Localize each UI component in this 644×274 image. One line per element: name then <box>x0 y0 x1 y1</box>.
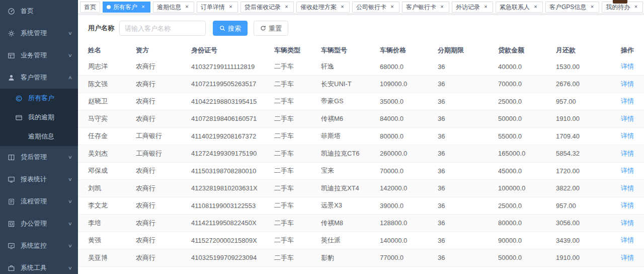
detail-link[interactable]: 详情 <box>621 167 634 174</box>
tab-2[interactable]: 逾期信息× <box>153 2 194 13</box>
cell-funder: 农商行 <box>136 76 191 93</box>
column-header-6: 分期期限 <box>438 42 498 58</box>
tab-4[interactable]: 贷后催收记录× <box>240 2 294 13</box>
customer-name-input[interactable] <box>119 21 206 36</box>
reset-button[interactable]: 重置 <box>254 21 288 36</box>
cell-vehicle_model: 宝来 <box>321 162 380 180</box>
tab-3[interactable]: 订单详情× <box>197 2 238 13</box>
sidebar-item-overdue-info[interactable]: 逾期信息 <box>0 127 78 146</box>
cell-partial <box>556 266 599 274</box>
sidebar-item-label: 系统管理 <box>21 29 66 38</box>
cell-loan_amount: 50000.0 <box>498 249 556 267</box>
column-header-9: 操作 <box>599 42 644 58</box>
tab-9[interactable]: 紧急联系人× <box>496 2 543 13</box>
cell-vehicle_price: 140000.0 <box>380 232 438 249</box>
sidebar-item-all-customers[interactable]: 所有客户 <box>0 89 78 108</box>
cell-term: 36 <box>438 145 498 163</box>
detail-link[interactable]: 详情 <box>621 236 634 244</box>
cell-funder: 农商行 <box>136 197 191 215</box>
sidebar-item-system-monitor[interactable]: 系统监控∨ <box>0 235 78 257</box>
cell-loan_amount: 50000.0 <box>498 110 556 128</box>
my-overdue-icon <box>15 114 23 121</box>
detail-link[interactable]: 详情 <box>621 150 634 157</box>
column-header-8: 月还款 <box>556 42 599 58</box>
cell-action: 详情 <box>599 93 644 110</box>
sidebar-item-customer-management[interactable]: 客户管理∧ <box>0 66 78 89</box>
close-icon[interactable]: × <box>140 4 146 10</box>
avatar <box>613 0 627 4</box>
office-icon <box>8 220 15 228</box>
detail-link[interactable]: 详情 <box>621 254 634 261</box>
cell-vehicle_type: 二手车 <box>274 197 321 215</box>
gear-icon <box>8 30 15 37</box>
search-field-label: 用户名称 <box>88 24 114 33</box>
sidebar-item-report-statistics[interactable]: 报表统计∨ <box>0 168 78 190</box>
tab-label: 逾期信息 <box>157 4 181 10</box>
cell-partial <box>136 266 191 274</box>
detail-link[interactable]: 详情 <box>621 80 634 88</box>
detail-link[interactable]: 详情 <box>621 184 634 192</box>
tab-1[interactable]: 所有客户× <box>103 2 150 13</box>
cell-loan_amount: 25000.0 <box>498 197 556 215</box>
customers-table-wrap: 姓名资方身份证号车辆类型车辆型号车辆价格分期期限贷款金额月还款操作 周志洋农商行… <box>78 42 644 274</box>
cell-loan_amount: 70000.0 <box>498 76 556 93</box>
tools-icon <box>8 264 15 272</box>
sidebar-item-office-management[interactable]: 办公管理∨ <box>0 213 78 235</box>
cell-vehicle_model: 英仕派 <box>321 232 380 249</box>
tab-10[interactable]: 客户GPS信息× <box>545 2 599 13</box>
search-button[interactable]: 搜索 <box>213 21 248 36</box>
close-icon[interactable]: × <box>482 4 489 10</box>
cell-vehicle_model: 菲斯塔 <box>321 127 380 145</box>
close-icon[interactable]: × <box>439 4 445 10</box>
cell-term: 36 <box>438 215 498 232</box>
cell-vehicle_type: 二手车 <box>274 215 321 232</box>
close-icon[interactable]: × <box>227 4 234 10</box>
detail-link[interactable]: 详情 <box>621 115 634 122</box>
cell-vehicle_type: 二手车 <box>274 76 321 93</box>
sidebar-item-business-management[interactable]: 业务管理∨ <box>0 44 78 66</box>
tab-6[interactable]: 公司银行卡× <box>352 2 399 13</box>
cell-action: 详情 <box>599 162 644 180</box>
sidebar-item-home[interactable]: 首页 <box>0 0 78 22</box>
cell-monthly_payment: 2676.00 <box>556 76 599 93</box>
column-header-1: 资方 <box>136 42 191 58</box>
detail-link[interactable]: 详情 <box>621 219 634 227</box>
sidebar-item-my-overdue[interactable]: 我的逾期 <box>0 108 78 127</box>
detail-link[interactable]: 详情 <box>621 201 634 209</box>
cell-monthly_payment: 3056.00 <box>556 215 599 232</box>
tab-8[interactable]: 外访记录× <box>452 2 493 13</box>
sidebar-item-process-management[interactable]: 流程管理∨ <box>0 190 78 213</box>
tab-label: 首页 <box>84 4 96 10</box>
cell-vehicle_price: 109000.0 <box>380 76 438 93</box>
tab-7[interactable]: 客户银行卡× <box>402 2 449 13</box>
cell-monthly_payment: 957.00 <box>556 93 599 110</box>
close-icon[interactable]: × <box>283 4 290 10</box>
close-icon[interactable]: × <box>532 4 539 10</box>
cell-loan_amount: 45000.0 <box>498 162 556 180</box>
tab-5[interactable]: 催收处理方案× <box>296 2 350 13</box>
close-icon[interactable]: × <box>632 4 639 10</box>
sidebar-item-system-management[interactable]: 系统管理∨ <box>0 22 78 44</box>
tab-0[interactable]: 首页 <box>80 2 100 13</box>
column-header-2: 身份证号 <box>191 42 274 58</box>
close-icon[interactable]: × <box>389 4 395 10</box>
search-form: 用户名称 搜索 重置 <box>78 14 644 42</box>
tags-view-bar: 首页所有客户×逾期信息×订单详情×贷后催收记录×催收处理方案×公司银行卡×客户银… <box>78 0 644 14</box>
close-icon[interactable]: × <box>184 4 190 10</box>
sidebar-item-label: 我的逾期 <box>28 113 72 122</box>
chevron-down-icon: ∨ <box>68 221 72 226</box>
detail-link[interactable]: 详情 <box>621 62 634 70</box>
cell-funder: 农商行 <box>136 232 191 249</box>
table-row: 任存金工商银行411402199208167372二手车菲斯塔80000.036… <box>78 127 644 145</box>
cell-monthly_payment: 1910.00 <box>556 110 599 128</box>
cell-term: 36 <box>438 232 498 249</box>
sidebar-item-system-tools[interactable]: 系统工具∨ <box>0 257 78 274</box>
sidebar-item-post-loan-management[interactable]: 贷后管理∨ <box>0 146 78 168</box>
cell-vehicle_type: 二手车 <box>274 249 321 267</box>
detail-link[interactable]: 详情 <box>621 132 634 140</box>
close-icon[interactable]: × <box>339 4 346 10</box>
cell-action: 详情 <box>599 232 644 249</box>
cell-monthly_payment: 3439.00 <box>556 232 599 249</box>
detail-link[interactable]: 详情 <box>621 97 634 105</box>
close-icon[interactable]: × <box>589 4 595 10</box>
